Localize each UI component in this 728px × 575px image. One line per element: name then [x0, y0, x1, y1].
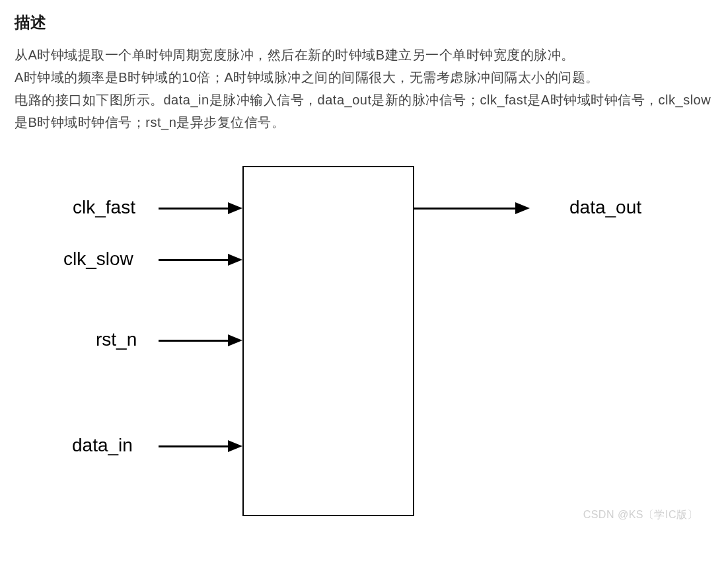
block-diagram: clk_fast clk_slow rst_n data_in data_out…: [15, 152, 715, 525]
arrow-line-rst-n: [159, 340, 229, 342]
arrow-head-data-out: [515, 202, 530, 214]
watermark-text: CSDN @KS〔学IC版〕: [583, 508, 698, 522]
arrow-line-clk-slow: [159, 259, 229, 261]
input-label-clk-slow: clk_slow: [63, 249, 133, 270]
desc-line-1: 从A时钟域提取一个单时钟周期宽度脉冲，然后在新的时钟域B建立另一个单时钟宽度的脉…: [15, 48, 575, 62]
arrow-line-data-out: [414, 208, 517, 210]
arrow-head-clk-slow: [228, 254, 242, 266]
section-heading: 描述: [15, 12, 713, 33]
arrow-line-data-in: [159, 445, 229, 447]
arrow-head-clk-fast: [228, 202, 242, 214]
input-label-data-in: data_in: [72, 435, 133, 456]
arrow-line-clk-fast: [159, 208, 229, 210]
module-box: [242, 166, 414, 516]
output-label-data-out: data_out: [569, 197, 641, 218]
input-label-rst-n: rst_n: [96, 329, 137, 350]
arrow-head-rst-n: [228, 334, 242, 346]
desc-line-3: 电路的接口如下图所示。data_in是脉冲输入信号，data_out是新的脉冲信…: [15, 93, 711, 130]
arrow-head-data-in: [228, 440, 242, 452]
input-label-clk-fast: clk_fast: [73, 197, 135, 218]
description-text: 从A时钟域提取一个单时钟周期宽度脉冲，然后在新的时钟域B建立另一个单时钟宽度的脉…: [15, 44, 713, 134]
desc-line-2: A时钟域的频率是B时钟域的10倍；A时钟域脉冲之间的间隔很大，无需考虑脉冲间隔太…: [15, 70, 599, 85]
